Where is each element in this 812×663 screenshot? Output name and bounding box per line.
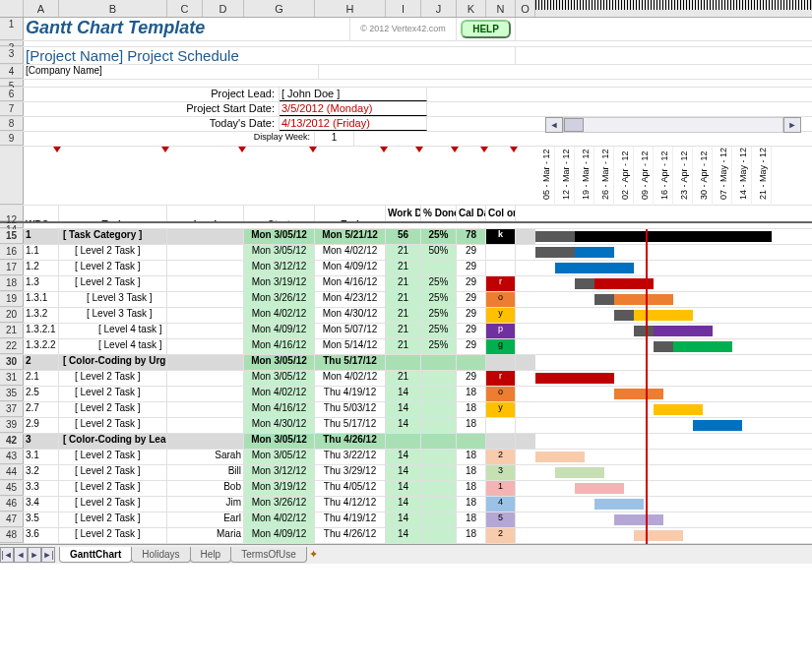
gantt-row <box>535 465 812 480</box>
scroll-thumb[interactable] <box>564 118 584 132</box>
hdr-start: Start <box>244 206 315 221</box>
gantt-date-label: 12 - Mar - 12 <box>561 151 571 200</box>
row-num[interactable]: 1 <box>0 18 24 40</box>
table-row[interactable]: 161.1[ Level 2 Task ]Mon 3/05/12Mon 4/02… <box>0 245 812 261</box>
gantt-date-label: 21 - May - 12 <box>758 151 768 200</box>
comment-marker-icon <box>161 147 169 152</box>
today-label: Today's Date: <box>24 117 280 131</box>
gantt-row <box>535 324 812 338</box>
hdr-lead: Lead <box>167 206 244 221</box>
col-J[interactable]: J <box>421 0 457 17</box>
table-row[interactable]: 171.2[ Level 2 Task ]Mon 3/12/12Mon 4/09… <box>0 261 812 276</box>
col-D[interactable]: D <box>203 0 244 17</box>
gantt-row <box>535 418 812 433</box>
gantt-date-label: 07 - May - 12 <box>718 151 728 200</box>
gantt-date-label: 02 - Apr - 12 <box>620 151 630 200</box>
gantt-date-label: 30 - Apr - 12 <box>699 151 709 200</box>
lead-value[interactable]: [ John Doe ] <box>280 88 427 101</box>
gantt-bar <box>693 420 742 431</box>
copyright: © 2012 Vertex42.com <box>350 18 457 40</box>
start-label: Project Start Date: <box>24 102 280 116</box>
gantt-bar <box>654 341 673 352</box>
gantt-bar <box>555 263 634 273</box>
comment-marker-icon <box>510 147 518 152</box>
new-sheet-icon[interactable]: ✦ <box>306 548 322 561</box>
table-row[interactable]: 483.6[ Level 2 Task ]MariaMon 4/09/12Thu… <box>0 528 812 544</box>
sheet-tab-ganttchart[interactable]: GanttChart <box>59 547 132 563</box>
table-row[interactable]: 181.3[ Level 2 Task ]Mon 3/19/12Mon 4/16… <box>0 276 812 292</box>
project-title[interactable]: [Project Name] Project Schedule <box>24 47 516 64</box>
gantt-bar <box>535 247 575 258</box>
gantt-bar <box>634 326 654 336</box>
gantt-bar <box>535 231 575 242</box>
sheet-tab-termsofuse[interactable]: TermsOfUse <box>230 547 307 563</box>
col-K[interactable]: K <box>457 0 486 17</box>
table-row[interactable]: 433.1[ Level 2 Task ]SarahMon 3/05/12Thu… <box>0 450 812 465</box>
gantt-scrollbar[interactable]: ◄ ► <box>545 117 801 131</box>
gantt-row <box>535 402 812 417</box>
col-G[interactable]: G <box>244 0 315 17</box>
gantt-row <box>535 339 812 354</box>
hdr-end: End <box>315 206 386 221</box>
table-row[interactable]: 211.3.2.1[ Level 4 task ]Mon 4/09/12Mon … <box>0 324 812 339</box>
gantt-bar <box>535 452 585 462</box>
col-H[interactable]: H <box>315 0 386 17</box>
table-row[interactable]: 312.1[ Level 2 Task ]Mon 3/05/12Mon 4/02… <box>0 371 812 387</box>
gantt-date-label: 26 - Mar - 12 <box>600 151 610 200</box>
tab-nav-first[interactable]: |◄ <box>0 547 14 563</box>
gantt-bar <box>654 404 703 415</box>
scroll-right-button[interactable]: ► <box>783 117 801 133</box>
col-O[interactable]: O <box>516 0 535 17</box>
table-row[interactable]: 423[ Color-Coding by Lead Name ]Mon 3/05… <box>0 434 812 450</box>
col-B[interactable]: B <box>59 0 167 17</box>
tab-nav-last[interactable]: ►| <box>41 547 55 563</box>
scroll-left-button[interactable]: ◄ <box>545 117 563 133</box>
table-row[interactable]: 372.7[ Level 2 Task ]Mon 4/16/12Thu 5/03… <box>0 402 812 418</box>
hdr-wbs: WBS <box>24 206 59 221</box>
gantt-row <box>535 245 812 260</box>
tab-nav-next[interactable]: ► <box>28 547 41 563</box>
gantt-date-label: 23 - Apr - 12 <box>679 151 689 200</box>
table-row[interactable]: 201.3.2[ Level 3 Task ]Mon 4/02/12Mon 4/… <box>0 308 812 324</box>
table-row[interactable]: 453.3[ Level 2 Task ]BobMon 3/19/12Thu 4… <box>0 481 812 497</box>
table-row[interactable]: 302[ Color-Coding by Urgency ]Mon 3/05/1… <box>0 355 812 371</box>
gantt-bar <box>575 483 624 494</box>
col-N[interactable]: N <box>486 0 516 17</box>
company-name[interactable]: [Company Name] <box>24 65 319 79</box>
sheet-tab-holidays[interactable]: Holidays <box>131 547 190 563</box>
sheet-tab-help[interactable]: Help <box>190 547 232 563</box>
table-row[interactable]: 352.5[ Level 2 Task ]Mon 4/02/12Thu 4/19… <box>0 387 812 402</box>
gantt-row <box>535 229 812 244</box>
gantt-row <box>535 450 812 464</box>
gantt-date-label: 19 - Mar - 12 <box>581 151 591 200</box>
gantt-bar <box>614 514 663 525</box>
start-value[interactable]: 3/5/2012 (Monday) <box>280 102 427 116</box>
spreadsheet: A B C D G H I J K N O 1 Gantt Chart Temp… <box>0 0 812 564</box>
gantt-date-label: 05 - Mar - 12 <box>541 151 551 200</box>
hdr-work: Work Days <box>386 206 421 221</box>
table-row[interactable]: 151[ Task Category ]Mon 3/05/12Mon 5/21/… <box>0 229 812 245</box>
tab-nav-prev[interactable]: ◄ <box>14 547 28 563</box>
gantt-bar <box>594 499 644 510</box>
gantt-row <box>535 355 812 370</box>
display-week-value[interactable]: 1 <box>315 132 354 146</box>
gantt-date-label: 16 - Apr - 12 <box>659 151 669 200</box>
table-row[interactable]: 191.3.1[ Level 3 Task ]Mon 3/26/12Mon 4/… <box>0 292 812 308</box>
table-row[interactable]: 463.4[ Level 2 Task ]JimMon 3/26/12Thu 4… <box>0 497 812 512</box>
table-row[interactable]: 473.5[ Level 2 Task ]EarlMon 4/02/12Thu … <box>0 512 812 528</box>
col-I[interactable]: I <box>386 0 421 17</box>
today-value[interactable]: 4/13/2012 (Friday) <box>280 117 427 131</box>
gantt-bar <box>555 467 604 478</box>
gantt-bar <box>594 294 614 305</box>
hdr-task: Task <box>59 206 167 221</box>
table-row[interactable]: 221.3.2.2[ Level 4 task ]Mon 4/16/12Mon … <box>0 339 812 355</box>
col-A[interactable]: A <box>24 0 59 17</box>
today-line <box>646 229 648 544</box>
gantt-row <box>535 387 812 401</box>
gantt-bar <box>654 326 713 336</box>
gantt-date-label: 09 - Apr - 12 <box>640 151 650 200</box>
col-C[interactable]: C <box>167 0 203 17</box>
table-row[interactable]: 392.9[ Level 2 Task ]Mon 4/30/12Thu 5/17… <box>0 418 812 434</box>
table-row[interactable]: 443.2[ Level 2 Task ]BillMon 3/12/12Thu … <box>0 465 812 481</box>
help-button[interactable]: HELP <box>461 20 511 38</box>
